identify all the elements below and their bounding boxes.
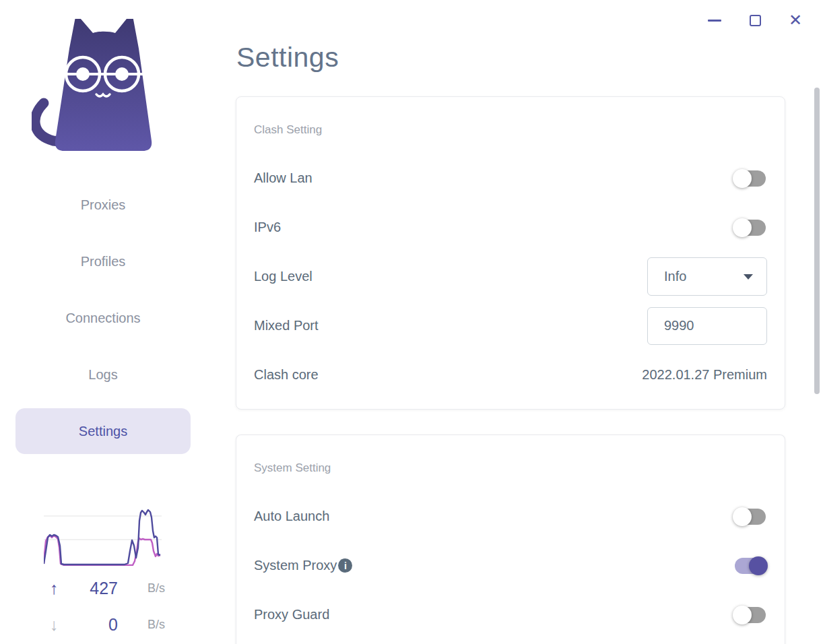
log-level-label: Log Level (254, 269, 312, 284)
proxy-guard-label: Proxy Guard (254, 607, 329, 622)
page-title: Settings (236, 42, 339, 73)
sidebar-item-logs[interactable]: Logs (15, 352, 191, 397)
sidebar-item-proxies[interactable]: Proxies (15, 182, 191, 228)
sidebar-item-profiles[interactable]: Profiles (15, 238, 191, 284)
upload-arrow-icon: ↑ (40, 579, 67, 598)
allow-lan-toggle[interactable] (735, 170, 766, 187)
sidebar: Proxies Profiles Connections Logs Settin… (0, 0, 205, 644)
sidebar-item-connections[interactable]: Connections (15, 295, 191, 341)
allow-lan-row: Allow Lan (254, 154, 767, 203)
maximize-button[interactable] (748, 12, 762, 28)
minimize-icon (708, 20, 721, 22)
mixed-port-label: Mixed Port (254, 318, 319, 333)
ipv6-toggle[interactable] (735, 220, 766, 236)
upload-speed-value: 427 (67, 579, 118, 598)
upload-line (44, 510, 160, 565)
download-speed-unit: B/s (118, 618, 165, 632)
traffic-sparkline (44, 507, 162, 569)
clash-setting-card: Clash Setting Allow Lan IPv6 Log Level I… (236, 96, 785, 410)
sidebar-item-settings[interactable]: Settings (15, 408, 191, 454)
clash-core-version: 2022.01.27 Premium (642, 367, 767, 383)
allow-lan-label: Allow Lan (254, 170, 312, 186)
close-icon: ✕ (789, 12, 802, 28)
info-icon[interactable]: i (338, 558, 352, 573)
caret-down-icon (744, 274, 753, 280)
system-proxy-row: System Proxy i (254, 541, 767, 590)
download-speed-row: ↓ 0 B/s (40, 611, 165, 638)
clash-core-label: Clash core (254, 367, 319, 383)
sidebar-item-label: Proxies (81, 197, 126, 213)
clash-core-row: Clash core 2022.01.27 Premium (254, 350, 767, 399)
sidebar-item-label: Connections (65, 311, 140, 326)
proxy-guard-toggle[interactable] (735, 607, 766, 623)
close-button[interactable]: ✕ (788, 12, 803, 28)
log-level-row: Log Level Info (254, 252, 767, 301)
ipv6-label: IPv6 (254, 220, 281, 235)
auto-launch-toggle[interactable] (735, 509, 766, 525)
window-controls: ✕ (707, 12, 803, 28)
mixed-port-row: Mixed Port (254, 301, 767, 350)
card-section-header: System Setting (254, 445, 767, 492)
mixed-port-input[interactable] (647, 307, 767, 345)
card-section-header: Clash Setting (254, 106, 767, 154)
log-level-value: Info (664, 269, 686, 284)
upload-speed-unit: B/s (118, 581, 165, 595)
sidebar-item-label: Profiles (81, 254, 126, 269)
sidebar-item-label: Settings (79, 424, 127, 439)
upload-speed-row: ↑ 427 B/s (40, 575, 165, 602)
system-proxy-toggle[interactable] (735, 558, 766, 574)
scrollbar-thumb[interactable] (814, 88, 820, 394)
proxy-guard-row: Proxy Guard (254, 590, 767, 639)
system-setting-card: System Setting Auto Launch System Proxy … (236, 434, 785, 644)
sidebar-nav: Proxies Profiles Connections Logs Settin… (15, 182, 191, 454)
maximize-icon (750, 15, 761, 26)
clash-cat-logo (32, 19, 160, 155)
clash-app-window: ✕ (0, 0, 823, 644)
ipv6-row: IPv6 (254, 203, 767, 252)
download-arrow-icon: ↓ (40, 615, 67, 635)
minimize-button[interactable] (707, 12, 722, 28)
sidebar-item-label: Logs (88, 367, 117, 383)
log-level-select[interactable]: Info (647, 257, 767, 296)
auto-launch-label: Auto Launch (254, 509, 329, 524)
download-speed-value: 0 (67, 615, 118, 635)
auto-launch-row: Auto Launch (254, 492, 767, 541)
system-proxy-label: System Proxy i (254, 558, 352, 573)
